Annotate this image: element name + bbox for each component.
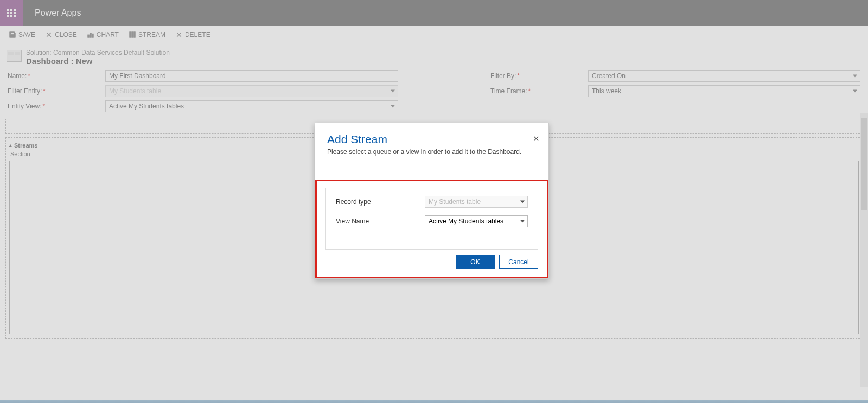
add-stream-dialog: Add Stream Please select a queue or a vi… — [315, 123, 549, 279]
cancel-button[interactable]: Cancel — [499, 255, 538, 269]
close-icon: ✕ — [533, 134, 540, 144]
ok-button[interactable]: OK — [456, 255, 495, 269]
view-name-select[interactable]: Active My Students tables — [425, 215, 528, 227]
dialog-field-group: Record type My Students table View Name … — [326, 188, 538, 250]
dialog-close-button[interactable]: ✕ — [531, 134, 541, 144]
dialog-title: Add Stream — [327, 133, 537, 146]
dialog-subtitle: Please select a queue or a view in order… — [327, 148, 537, 156]
record-type-label: Record type — [336, 198, 425, 206]
record-type-select: My Students table — [425, 196, 528, 208]
dialog-highlight: Record type My Students table View Name … — [315, 180, 548, 278]
view-name-label: View Name — [336, 218, 425, 225]
